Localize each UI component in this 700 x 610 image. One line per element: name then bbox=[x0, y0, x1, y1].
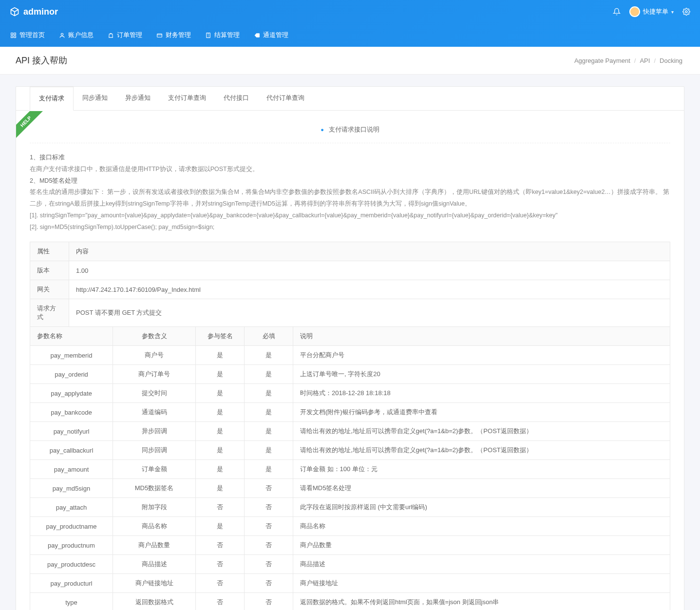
card-icon bbox=[156, 32, 163, 38]
tab-3[interactable]: 支付订单查询 bbox=[159, 87, 215, 110]
user-icon bbox=[58, 32, 65, 38]
table-cell: 是 bbox=[196, 384, 245, 403]
table-row: pay_notifyurl异步回调是是请给出有效的地址,地址后可以携带自定义ge… bbox=[30, 422, 670, 441]
table-row: pay_callbackurl同步回调是是请给出有效的地址,地址后可以携带自定义… bbox=[30, 441, 670, 460]
attribute-table: 属性内容 版本1.00网关http://47.242.170.147:60109… bbox=[30, 242, 670, 327]
table-cell: 是 bbox=[196, 365, 245, 384]
svg-rect-4 bbox=[14, 36, 16, 38]
table-row: pay_productdesc商品描述否否商品描述 bbox=[30, 555, 670, 574]
table-cell: 网关 bbox=[30, 280, 69, 299]
table-cell: 是 bbox=[196, 517, 245, 536]
table-cell: 是 bbox=[196, 441, 245, 460]
table-cell: 否 bbox=[245, 555, 293, 574]
desc-title-1: 1、接口标准 bbox=[30, 152, 670, 164]
svg-rect-1 bbox=[11, 33, 13, 35]
table-cell: 商品名称 bbox=[293, 517, 670, 536]
description-block: 1、接口标准 在商户支付请求接口中，数据通信是使用HTTP协议，请求数据以POS… bbox=[30, 152, 670, 233]
table-cell: 版本 bbox=[30, 261, 69, 280]
avatar bbox=[629, 6, 640, 17]
table-cell: 商品描述 bbox=[113, 555, 196, 574]
table-cell: pay_callbackurl bbox=[30, 441, 113, 460]
table-cell: 提交时间 bbox=[113, 384, 196, 403]
table-cell: 是 bbox=[196, 460, 245, 479]
tab-5[interactable]: 代付订单查询 bbox=[258, 87, 313, 110]
tab-2[interactable]: 异步通知 bbox=[116, 87, 159, 110]
desc-line-3: [1]. stringSignTemp="pay_amount={value}&… bbox=[30, 210, 670, 222]
tabs: 支付请求同步通知异步通知支付订单查询代付接口代付订单查询 bbox=[16, 87, 684, 111]
nav-label: 通道管理 bbox=[263, 31, 288, 39]
table-cell: 否 bbox=[245, 479, 293, 498]
table-row: pay_bankcode通道编码是是开发文档(附件)银行编码参考，或通道费率中查… bbox=[30, 403, 670, 422]
nav-item-0[interactable]: 管理首页 bbox=[10, 31, 45, 39]
table-cell: type bbox=[30, 593, 113, 610]
gear-icon[interactable] bbox=[682, 8, 690, 16]
table-cell: 是 bbox=[245, 403, 293, 422]
table-cell: 订单金额 如：100 单位：元 bbox=[293, 460, 670, 479]
table-cell: 是 bbox=[245, 441, 293, 460]
param-header: 说明 bbox=[293, 327, 670, 346]
table-cell: pay_orderid bbox=[30, 365, 113, 384]
breadcrumb-item[interactable]: Aggregate Payment bbox=[574, 57, 630, 64]
nav-item-4[interactable]: 结算管理 bbox=[205, 31, 240, 39]
table-row: 请求方式POST 请不要用 GET 方式提交 bbox=[30, 299, 670, 327]
param-header: 必填 bbox=[245, 327, 293, 346]
cube-icon bbox=[10, 7, 19, 17]
table-cell: pay_productname bbox=[30, 517, 113, 536]
table-cell: 商户品数量 bbox=[113, 536, 196, 555]
table-row: pay_amount订单金额是是订单金额 如：100 单位：元 bbox=[30, 460, 670, 479]
svg-rect-7 bbox=[206, 33, 210, 38]
table-row: pay_producturl商户链接地址否否商户链接地址 bbox=[30, 574, 670, 593]
table-cell: 否 bbox=[196, 555, 245, 574]
table-cell: pay_notifyurl bbox=[30, 422, 113, 441]
brand-name: adminor bbox=[23, 7, 58, 17]
table-cell: 返回数据格式 bbox=[113, 593, 196, 610]
table-row: pay_memberid商户号是是平台分配商户号 bbox=[30, 346, 670, 365]
table-cell: 否 bbox=[245, 593, 293, 610]
tab-1[interactable]: 同步通知 bbox=[74, 87, 116, 110]
table-cell: 上送订单号唯一, 字符长度20 bbox=[293, 365, 670, 384]
table-cell: 平台分配商户号 bbox=[293, 346, 670, 365]
user-name: 快捷苹单 bbox=[643, 7, 668, 16]
grid-icon bbox=[10, 32, 17, 38]
table-row: pay_orderid商户订单号是是上送订单号唯一, 字符长度20 bbox=[30, 365, 670, 384]
user-menu[interactable]: 快捷苹单 ▾ bbox=[629, 6, 674, 17]
table-cell: pay_producturl bbox=[30, 574, 113, 593]
param-header: 参与签名 bbox=[196, 327, 245, 346]
table-cell: POST 请不要用 GET 方式提交 bbox=[69, 299, 670, 327]
table-cell: http://47.242.170.147:60109/Pay_Index.ht… bbox=[69, 280, 670, 299]
svg-point-5 bbox=[61, 33, 63, 35]
bell-icon[interactable] bbox=[613, 8, 621, 16]
table-cell: 否 bbox=[196, 574, 245, 593]
table-cell: 商户订单号 bbox=[113, 365, 196, 384]
nav-label: 结算管理 bbox=[214, 31, 240, 39]
table-cell: 是 bbox=[245, 460, 293, 479]
desc-line-1: 在商户支付请求接口中，数据通信是使用HTTP协议，请求数据以POST形式提交。 bbox=[30, 164, 670, 175]
table-cell: 附加字段 bbox=[113, 498, 196, 517]
nav-item-3[interactable]: 财务管理 bbox=[156, 31, 191, 39]
table-cell: 商品描述 bbox=[293, 555, 670, 574]
nav-item-2[interactable]: 订单管理 bbox=[107, 31, 142, 39]
table-cell: pay_amount bbox=[30, 460, 113, 479]
desc-line-4: [2]. sign=MD5(stringSignTemp).toUpperCas… bbox=[30, 222, 670, 233]
breadcrumb-item[interactable]: API bbox=[640, 57, 650, 64]
table-cell: pay_md5sign bbox=[30, 479, 113, 498]
table-cell: pay_bankcode bbox=[30, 403, 113, 422]
table-cell: MD5数据签名 bbox=[113, 479, 196, 498]
table-cell: pay_productdesc bbox=[30, 555, 113, 574]
svg-rect-6 bbox=[157, 34, 162, 37]
nav-item-5[interactable]: 通道管理 bbox=[253, 31, 288, 39]
table-cell: 是 bbox=[245, 422, 293, 441]
tab-0[interactable]: 支付请求 bbox=[30, 87, 74, 111]
brand-logo[interactable]: adminor bbox=[10, 7, 58, 17]
calc-icon bbox=[205, 32, 211, 38]
nav-label: 订单管理 bbox=[117, 31, 142, 39]
table-cell: 商户链接地址 bbox=[113, 574, 196, 593]
table-row: pay_attach附加字段否否此字段在返回时按原样返回 (中文需要url编码) bbox=[30, 498, 670, 517]
table-cell: 1.00 bbox=[69, 261, 670, 280]
nav-item-1[interactable]: 账户信息 bbox=[58, 31, 94, 39]
table-cell: 商品名称 bbox=[113, 517, 196, 536]
table-row: pay_productnum商户品数量否否商户品数量 bbox=[30, 536, 670, 555]
main-nav: 管理首页账户信息订单管理财务管理结算管理通道管理 bbox=[10, 23, 690, 47]
tab-4[interactable]: 代付接口 bbox=[215, 87, 258, 110]
table-cell: 同步回调 bbox=[113, 441, 196, 460]
